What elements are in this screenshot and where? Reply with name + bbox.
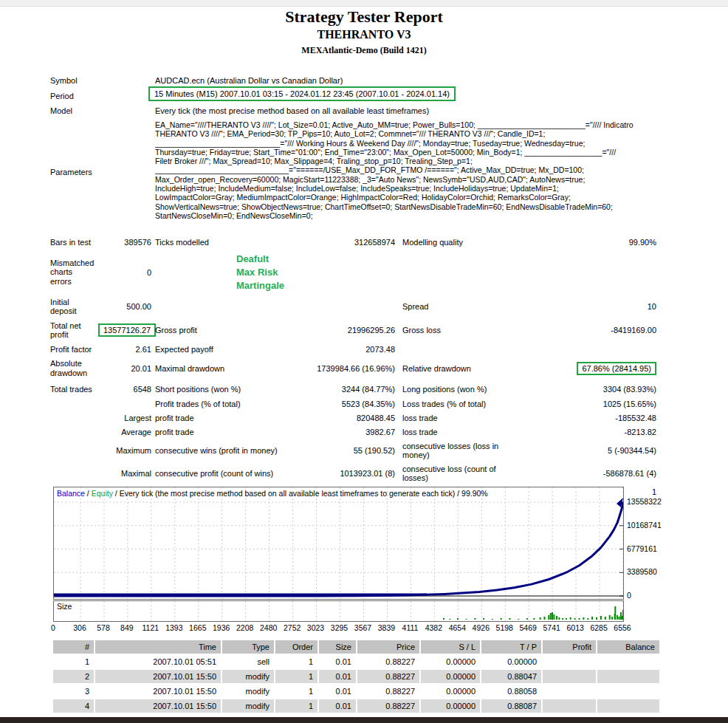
stats-cell-c4: 1739984.66 (16.96%) bbox=[303, 364, 395, 373]
legend-equity: Equity bbox=[92, 489, 113, 498]
stats-cell-c4: 312658974 bbox=[303, 238, 395, 247]
stats-row: Total trades6548Short positions (won %)3… bbox=[50, 385, 656, 394]
x-axis-label: 2752 bbox=[280, 623, 305, 632]
stats-cell-c6: 3304 (83.93%) bbox=[521, 385, 656, 394]
balance-curve-plot bbox=[54, 487, 623, 599]
table-cell: 0.00000 bbox=[421, 699, 480, 713]
table-cell: 0.88047 bbox=[481, 670, 541, 683]
table-cell: modify bbox=[222, 699, 274, 713]
table-cell: 0.00000 bbox=[421, 655, 480, 668]
x-axis-label: 849 bbox=[114, 623, 140, 632]
x-axis-label: 4111 bbox=[397, 623, 422, 632]
stats-cell-c3: Profit trades (% of total) bbox=[151, 400, 303, 408]
parameters-line: LowImpactColor=Gray; MediumImpactColor=O… bbox=[155, 193, 672, 202]
stats-cell-c2: 389576 bbox=[98, 238, 151, 247]
x-axis-label: 1936 bbox=[209, 623, 234, 632]
trades-column-header: # bbox=[53, 640, 94, 654]
balance-chart: Balance / Equity / Every tick (the most … bbox=[53, 487, 624, 600]
parameters-line: _____________________________="/// Worki… bbox=[155, 139, 672, 148]
trades-table-header: #TimeTypeOrderSizePriceS / LT / PProfitB… bbox=[53, 640, 659, 654]
period-value: 15 Minutes (M15) 2007.10.01 03:15 - 2024… bbox=[148, 86, 456, 101]
table-cell: 0.01 bbox=[319, 655, 356, 668]
table-cell: 0.88227 bbox=[357, 670, 419, 683]
table-row: 12007.10.01 05:51sell10.010.882270.00000… bbox=[53, 655, 659, 668]
stats-row: Profit trades (% of total)5523 (84.35%)L… bbox=[50, 400, 656, 408]
x-axis-label: 3295 bbox=[326, 623, 351, 632]
legend-model-text: Every tick (the most precise method base… bbox=[120, 489, 488, 498]
stats-row: Averageprofit trade3982.67loss trade-821… bbox=[50, 428, 656, 436]
x-axis-label: 6013 bbox=[563, 623, 588, 632]
table-cell: sell bbox=[222, 655, 274, 668]
stats-cell-c5: consecutive losses (loss in money) bbox=[395, 442, 521, 459]
size-subchart: Size bbox=[53, 600, 624, 622]
parameters-line: Thursday=true; Friday=true; Start_Time="… bbox=[155, 148, 672, 157]
table-cell: 0.01 bbox=[319, 685, 356, 698]
stats-row: Total net profit13577126.27Gross profit2… bbox=[50, 321, 656, 340]
stats-cell-c6: 67.86% (28414.95) bbox=[521, 362, 656, 375]
trades-table: #TimeTypeOrderSizePriceS / LT / PProfitB… bbox=[52, 639, 661, 723]
stats-cell-c4: 5523 (84.35%) bbox=[303, 400, 395, 408]
model-value: Every tick (the most precise method base… bbox=[155, 106, 429, 115]
y-axis-label: 6779161 bbox=[627, 544, 657, 553]
table-cell: 0.88058 bbox=[481, 685, 541, 698]
annotation-text: Martingale bbox=[155, 279, 303, 292]
stats-row: Initial deposit500.00Spread10 bbox=[50, 298, 656, 316]
stats-row: Bars in test389576Ticks modelled31265897… bbox=[50, 238, 656, 247]
stats-cell-c5: Loss trades (% of total) bbox=[395, 400, 521, 408]
stats-cell-c5: Spread bbox=[395, 302, 521, 311]
table-row: 42007.10.01 15:50modify10.010.882270.000… bbox=[53, 699, 659, 713]
table-cell: 2 bbox=[53, 670, 94, 683]
parameters-line: THERANTO V3 ////"; EMA_Period=30; TP_Pip… bbox=[155, 129, 672, 138]
stats-cell-c1: Bars in test bbox=[50, 238, 98, 247]
x-axis-label: 5741 bbox=[539, 623, 564, 632]
parameters-text: EA_Name="////THERANTO V3 ////"; Lot_Size… bbox=[155, 120, 672, 220]
table-cell: 4 bbox=[53, 699, 94, 713]
stats-cell-c2: 6548 bbox=[98, 385, 151, 394]
stats-cell-c1: Profit factor bbox=[50, 345, 98, 354]
parameters-line: StartNewsCloseMin=0; EndNewsCloseMin=0; bbox=[155, 211, 672, 220]
table-cell bbox=[543, 685, 596, 698]
stats-cell-c1: Mismatched charts errors bbox=[50, 258, 98, 287]
stats-cell-c6: 5 (-90344.54) bbox=[521, 446, 656, 455]
stats-cell-c2: 20.01 bbox=[98, 364, 151, 373]
table-cell: 0.88087 bbox=[481, 699, 541, 713]
table-cell: 3 bbox=[53, 685, 94, 698]
parameters-label: Parameters bbox=[50, 168, 92, 177]
stats-row: Profit factor2.61Expected payoff2073.48 bbox=[50, 345, 656, 354]
table-cell: 0.88227 bbox=[357, 699, 419, 713]
stats-cell-c3: Gross profit bbox=[151, 326, 303, 335]
table-cell bbox=[597, 699, 659, 713]
stats-cell-c2: 13577126.27 bbox=[98, 323, 151, 337]
x-axis-label: 2480 bbox=[256, 623, 281, 632]
period-label: Period bbox=[50, 92, 74, 100]
stats-cell-c6: 10 bbox=[521, 302, 656, 311]
stats-row: Absolute drawdown20.01Maximal drawdown17… bbox=[50, 359, 656, 377]
stats-cell-c4: 3982.67 bbox=[303, 428, 395, 436]
size-panel-label: Size bbox=[57, 602, 72, 611]
stats-row: Mismatched charts errors0DeafultMax Risk… bbox=[50, 253, 656, 292]
x-axis-label: 0 bbox=[41, 623, 66, 632]
parameters-line: EA_Name="////THERANTO V3 ////"; Lot_Size… bbox=[155, 120, 672, 129]
x-axis-label: 6556 bbox=[610, 623, 635, 632]
table-cell: 1 bbox=[275, 699, 317, 713]
table-cell: 0.00000 bbox=[421, 670, 480, 683]
table-cell bbox=[543, 699, 596, 713]
table-cell: 0.01 bbox=[319, 670, 356, 683]
stats-cell-c3: Ticks modelled bbox=[151, 238, 303, 247]
parameters-line: _______________________________="======/… bbox=[155, 165, 672, 174]
table-cell: 1 bbox=[275, 655, 317, 668]
report-title: Strategy Tester Report bbox=[0, 7, 728, 27]
trades-column-header: Size bbox=[319, 640, 356, 654]
symbol-value: AUDCAD.ecn (Australian Dollar vs Canadia… bbox=[155, 76, 343, 85]
highlight-box: 13577126.27 bbox=[98, 323, 156, 337]
stats-cell-c6: 1025 (15.65%) bbox=[521, 400, 656, 408]
parameters-line: Filetr Broker ///"; Max_Spread=10; Max_S… bbox=[155, 157, 672, 165]
table-cell bbox=[543, 670, 596, 683]
stats-cell-c3: profit trade bbox=[151, 428, 303, 436]
x-axis-label: 3839 bbox=[374, 623, 399, 632]
x-axis-label: 3023 bbox=[303, 623, 329, 632]
y-axis-label: 10168741 bbox=[627, 521, 662, 530]
y-axis-label: 3389580 bbox=[627, 567, 657, 576]
annotation-text: Max Risk bbox=[155, 266, 303, 279]
x-axis-label: 4382 bbox=[421, 623, 446, 632]
